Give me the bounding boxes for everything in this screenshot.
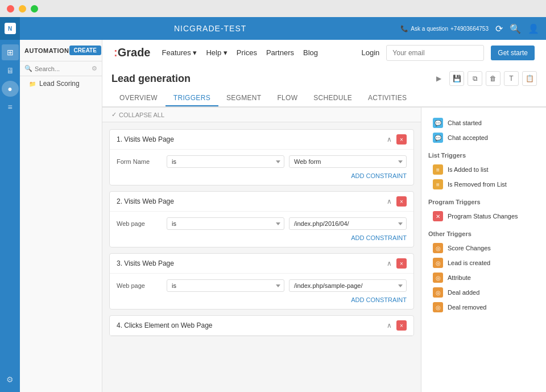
nav-prices[interactable]: Prices — [237, 48, 257, 57]
sidebar-search: 🔍 ⚙ — [20, 61, 102, 76]
trigger-value-1-1[interactable]: Web form — [289, 155, 407, 168]
program-triggers-title: Program Triggers — [428, 199, 539, 205]
main-layout: ⊞ 🖥 ● ≡ ⚙ AUTOMATION CREATE 🔍 ⚙ 📁 Lead S… — [0, 40, 546, 392]
collapse-trigger-3[interactable]: ∧ — [387, 259, 392, 267]
collapse-trigger-1[interactable]: ∧ — [387, 135, 392, 143]
tab-schedule[interactable]: SCHEDULE — [305, 90, 360, 106]
secondary-sidebar-header: AUTOMATION CREATE — [20, 40, 102, 61]
overlay-nav: :Grade Features ▾ Help ▾ Prices Partners… — [102, 40, 546, 65]
delete-icon[interactable]: 🗑 — [486, 71, 500, 86]
top-nav: N NICGRADE-TEST 📞 Ask a question +749036… — [0, 17, 546, 40]
collapse-trigger-4[interactable]: ∧ — [387, 321, 392, 329]
deal-removed-icon: ◎ — [433, 302, 443, 312]
trigger-header-1: 1. Visits Web Page ∧ × — [110, 130, 413, 150]
tab-flow[interactable]: FLOW — [269, 90, 305, 106]
trigger-row-3-1: Web page is /index.php/sample-page/ — [117, 279, 407, 292]
sidebar-icon-list[interactable]: ≡ — [2, 99, 19, 115]
program-status-item[interactable]: ✕ Program Status Changes — [428, 209, 539, 224]
trigger-value-3-1[interactable]: /index.php/sample-page/ — [289, 279, 407, 292]
trigger-header-3: 3. Visits Web Page ∧ × — [110, 254, 413, 274]
chat-accepted-item[interactable]: 💬 Chat accepted — [428, 130, 539, 145]
sidebar-icon-monitor[interactable]: 🖥 — [2, 63, 19, 79]
chat-started-icon: 💬 — [433, 118, 443, 128]
play-icon[interactable]: ▶ — [431, 71, 446, 86]
sidebar-item-label: Lead Scoring — [39, 80, 80, 88]
attribute-item[interactable]: ◎ Attribute — [428, 270, 539, 285]
page-title: Lead generation — [111, 73, 191, 85]
trigger-operator-2-1[interactable]: is — [167, 217, 284, 230]
save-icon[interactable]: 💾 — [449, 71, 464, 86]
sidebar-icon-settings[interactable]: ⚙ — [2, 372, 19, 387]
overlay-logo: :Grade — [114, 46, 150, 59]
tab-triggers[interactable]: TRIGGERS — [166, 90, 218, 106]
is-added-label: Is Added to list — [448, 166, 489, 173]
sidebar-section-title: AUTOMATION — [24, 47, 69, 54]
nav-help[interactable]: Help ▾ — [206, 48, 227, 57]
copy-icon[interactable]: ⧉ — [468, 71, 482, 86]
nav-partners[interactable]: Partners — [266, 48, 294, 57]
logo-text: Grade — [118, 46, 151, 59]
refresh-icon[interactable]: ⟳ — [495, 23, 503, 34]
content-header-top: Lead generation ▶ 💾 ⧉ 🗑 T 📋 — [111, 71, 537, 86]
delete-trigger-2[interactable]: × — [396, 196, 407, 207]
trigger-body-2: Web page is /index.php/2016/04/ ADD CONS… — [110, 212, 413, 247]
phone-label: Ask a question — [411, 26, 448, 32]
maximize-dot[interactable] — [31, 5, 38, 13]
delete-trigger-3[interactable]: × — [396, 258, 407, 269]
tab-overview[interactable]: OVERVIEW — [111, 90, 166, 106]
trigger-operator-1-1[interactable]: is — [167, 155, 284, 168]
list-add-icon: ≡ — [433, 164, 443, 175]
attribute-label: Attribute — [448, 274, 471, 281]
delete-trigger-1[interactable]: × — [396, 134, 407, 145]
tab-activities[interactable]: ACTIVITIES — [360, 90, 415, 106]
app-logo-icon: N — [5, 23, 16, 34]
trigger-value-2-1[interactable]: /index.php/2016/04/ — [289, 217, 407, 230]
trigger-actions-2: ∧ × — [387, 196, 407, 207]
add-constraint-1[interactable]: ADD CONSTRAINT — [117, 172, 407, 179]
email-input[interactable] — [386, 45, 484, 61]
program-status-label: Program Status Changes — [448, 213, 518, 220]
add-constraint-3[interactable]: ADD CONSTRAINT — [117, 296, 407, 303]
is-removed-from-list-item[interactable]: ≡ Is Removed from List — [428, 177, 539, 192]
sidebar-icon-circle[interactable]: ● — [2, 81, 19, 97]
lead-created-label: Lead is created — [448, 259, 490, 266]
overlay-nav-links: Features ▾ Help ▾ Prices Partners Blog — [162, 48, 318, 57]
sidebar-icon-home[interactable]: ⊞ — [2, 44, 19, 60]
trigger-actions-1: ∧ × — [387, 134, 407, 145]
trigger-operator-3-1[interactable]: is — [167, 279, 284, 292]
trigger-header-4: 4. Clicks Element on Web Page ∧ × — [110, 316, 413, 336]
score-changes-item[interactable]: ◎ Score Changes — [428, 241, 539, 255]
deal-removed-item[interactable]: ◎ Deal removed — [428, 300, 539, 315]
is-added-to-list-item[interactable]: ≡ Is Added to list — [428, 162, 539, 177]
chat-started-item[interactable]: 💬 Chat started — [428, 115, 539, 130]
nav-features[interactable]: Features ▾ — [162, 48, 197, 57]
login-link[interactable]: Login — [362, 48, 380, 57]
program-triggers-section: Program Triggers ✕ Program Status Change… — [421, 195, 546, 227]
close-dot[interactable] — [7, 5, 14, 13]
search-icon[interactable]: 🔍 — [510, 23, 521, 34]
sidebar-item-lead-scoring[interactable]: 📁 Lead Scoring — [20, 76, 102, 91]
is-removed-label: Is Removed from List — [448, 181, 507, 188]
user-icon[interactable]: 👤 — [528, 23, 539, 34]
tab-segment[interactable]: SEGMENT — [218, 90, 269, 106]
lead-created-item[interactable]: ◎ Lead is created — [428, 255, 539, 270]
add-constraint-2[interactable]: ADD CONSTRAINT — [117, 234, 407, 241]
chat-accepted-label: Chat accepted — [448, 134, 488, 141]
cta-button[interactable]: Get starte — [491, 46, 535, 60]
trigger-row-1-1: Form Name is Web form — [117, 155, 407, 168]
list-remove-icon: ≡ — [433, 179, 443, 189]
create-button[interactable]: CREATE — [69, 46, 101, 55]
minimize-dot[interactable] — [19, 5, 26, 13]
deal-added-item[interactable]: ◎ Deal added — [428, 285, 539, 300]
archive-icon[interactable]: 📋 — [522, 71, 537, 86]
settings-icon[interactable]: ⚙ — [92, 65, 97, 72]
delete-trigger-4[interactable]: × — [396, 320, 407, 331]
collapse-trigger-2[interactable]: ∧ — [387, 197, 392, 205]
deal-added-icon: ◎ — [433, 287, 443, 298]
text-icon[interactable]: T — [504, 71, 519, 86]
trigger-title-4: 4. Clicks Element on Web Page — [117, 321, 213, 329]
nav-blog[interactable]: Blog — [303, 48, 318, 57]
search-input[interactable] — [35, 65, 89, 72]
collapse-bar[interactable]: ✓ COLLAPSE ALL — [102, 108, 421, 122]
chat-accepted-icon: 💬 — [433, 133, 443, 143]
